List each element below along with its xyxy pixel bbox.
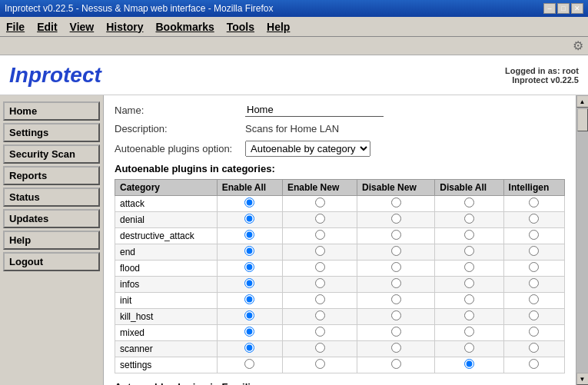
intelligent-radio[interactable] bbox=[529, 327, 539, 337]
enable-new-radio[interactable] bbox=[315, 246, 325, 256]
disable-all-radio[interactable] bbox=[464, 327, 474, 337]
intelligent-radio[interactable] bbox=[529, 197, 539, 207]
autoenable-row: Autoenable plugins option: Autoenable by… bbox=[115, 141, 565, 157]
autoenable-select[interactable]: Autoenable by category Autoenable all Di… bbox=[245, 141, 370, 157]
enable-all-radio[interactable] bbox=[244, 327, 254, 337]
intelligent-radio[interactable] bbox=[529, 214, 539, 224]
scroll-down-button[interactable]: ▼ bbox=[576, 373, 589, 385]
disable-new-radio[interactable] bbox=[391, 278, 401, 288]
disable-new-radio[interactable] bbox=[391, 262, 401, 272]
enable-new-radio[interactable] bbox=[315, 262, 325, 272]
disable-all-radio[interactable] bbox=[464, 359, 474, 369]
intelligent-radio[interactable] bbox=[529, 343, 539, 353]
disable-new-radio[interactable] bbox=[391, 343, 401, 353]
enable-all-radio[interactable] bbox=[244, 343, 254, 353]
enable-all-cell bbox=[217, 357, 282, 373]
enable-all-cell bbox=[217, 309, 282, 325]
table-row: settings bbox=[115, 357, 565, 373]
intelligent-radio[interactable] bbox=[529, 359, 539, 369]
enable-all-radio[interactable] bbox=[244, 262, 254, 272]
title-bar: Inprotect v0.22.5 - Nessus & Nmap web in… bbox=[0, 0, 588, 17]
intelligent-radio[interactable] bbox=[529, 278, 539, 288]
disable-new-radio[interactable] bbox=[391, 327, 401, 337]
scroll-thumb[interactable] bbox=[577, 108, 588, 131]
disable-all-radio[interactable] bbox=[464, 246, 474, 256]
enable-new-radio[interactable] bbox=[315, 359, 325, 369]
enable-all-radio[interactable] bbox=[244, 214, 254, 224]
disable-all-radio[interactable] bbox=[464, 278, 474, 288]
disable-all-radio[interactable] bbox=[464, 197, 474, 207]
enable-all-radio[interactable] bbox=[244, 359, 254, 369]
menu-edit[interactable]: Edit bbox=[34, 20, 60, 34]
sidebar-item-home[interactable]: Home bbox=[3, 101, 100, 121]
enable-new-cell bbox=[282, 196, 357, 212]
sidebar-item-settings[interactable]: Settings bbox=[3, 123, 100, 142]
disable-new-radio[interactable] bbox=[391, 294, 401, 304]
disable-all-radio[interactable] bbox=[464, 262, 474, 272]
enable-new-radio[interactable] bbox=[315, 230, 325, 240]
disable-new-radio[interactable] bbox=[391, 359, 401, 369]
enable-all-radio[interactable] bbox=[244, 278, 254, 288]
browser-chrome: ⚙ bbox=[0, 37, 588, 55]
intelligent-radio[interactable] bbox=[529, 230, 539, 240]
intelligent-radio[interactable] bbox=[529, 246, 539, 256]
enable-new-radio[interactable] bbox=[315, 278, 325, 288]
enable-all-radio[interactable] bbox=[244, 246, 254, 256]
intelligent-radio[interactable] bbox=[529, 262, 539, 272]
scroll-up-button[interactable]: ▲ bbox=[576, 95, 589, 108]
maximize-button[interactable]: □ bbox=[557, 3, 570, 14]
disable-all-radio[interactable] bbox=[464, 214, 474, 224]
sidebar-item-help[interactable]: Help bbox=[3, 231, 100, 250]
table-row: destructive_attack bbox=[115, 228, 565, 244]
content-area: Home Settings Security Scan Reports Stat… bbox=[0, 95, 588, 385]
enable-all-radio[interactable] bbox=[244, 310, 254, 320]
enable-new-radio[interactable] bbox=[315, 343, 325, 353]
menu-bookmarks[interactable]: Bookmarks bbox=[152, 20, 217, 34]
disable-new-radio[interactable] bbox=[391, 246, 401, 256]
name-input[interactable] bbox=[245, 103, 384, 117]
disable-new-radio[interactable] bbox=[391, 230, 401, 240]
disable-new-cell bbox=[357, 228, 435, 244]
scroll-track[interactable] bbox=[576, 108, 588, 373]
menu-help[interactable]: Help bbox=[264, 20, 293, 34]
plugins-table: Category Enable All Enable New Disable N… bbox=[115, 179, 565, 373]
disable-all-radio[interactable] bbox=[464, 343, 474, 353]
sidebar-item-logout[interactable]: Logout bbox=[3, 252, 100, 271]
sidebar-item-reports[interactable]: Reports bbox=[3, 166, 100, 185]
menu-file[interactable]: File bbox=[3, 20, 28, 34]
disable-all-cell bbox=[435, 341, 503, 357]
app-header: Inprotect Logged in as: root Inprotect v… bbox=[0, 55, 588, 95]
enable-all-radio[interactable] bbox=[244, 230, 254, 240]
disable-new-radio[interactable] bbox=[391, 197, 401, 207]
enable-new-radio[interactable] bbox=[315, 197, 325, 207]
category-cell: mixed bbox=[115, 325, 218, 341]
col-enable-all: Enable All bbox=[217, 180, 282, 196]
disable-new-radio[interactable] bbox=[391, 310, 401, 320]
enable-all-radio[interactable] bbox=[244, 197, 254, 207]
disable-all-radio[interactable] bbox=[464, 230, 474, 240]
intelligent-cell bbox=[503, 244, 564, 261]
menu-history[interactable]: History bbox=[103, 20, 146, 34]
disable-all-cell bbox=[435, 244, 503, 261]
menu-tools[interactable]: Tools bbox=[224, 20, 257, 34]
enable-new-radio[interactable] bbox=[315, 310, 325, 320]
disable-all-radio[interactable] bbox=[464, 310, 474, 320]
disable-new-radio[interactable] bbox=[391, 214, 401, 224]
menu-view[interactable]: View bbox=[67, 20, 98, 34]
sidebar-item-updates[interactable]: Updates bbox=[3, 209, 100, 228]
close-button[interactable]: ✕ bbox=[571, 3, 583, 14]
sidebar-item-status[interactable]: Status bbox=[3, 188, 100, 207]
intelligent-radio[interactable] bbox=[529, 310, 539, 320]
table-row: denial bbox=[115, 212, 565, 228]
intelligent-radio[interactable] bbox=[529, 294, 539, 304]
enable-new-radio[interactable] bbox=[315, 327, 325, 337]
gear-icon[interactable]: ⚙ bbox=[573, 38, 583, 53]
enable-new-radio[interactable] bbox=[315, 214, 325, 224]
col-enable-new: Enable New bbox=[282, 180, 357, 196]
disable-all-radio[interactable] bbox=[464, 294, 474, 304]
enable-all-radio[interactable] bbox=[244, 294, 254, 304]
sidebar: Home Settings Security Scan Reports Stat… bbox=[0, 95, 104, 385]
enable-new-radio[interactable] bbox=[315, 294, 325, 304]
sidebar-item-security-scan[interactable]: Security Scan bbox=[3, 144, 100, 164]
minimize-button[interactable]: – bbox=[543, 3, 556, 14]
